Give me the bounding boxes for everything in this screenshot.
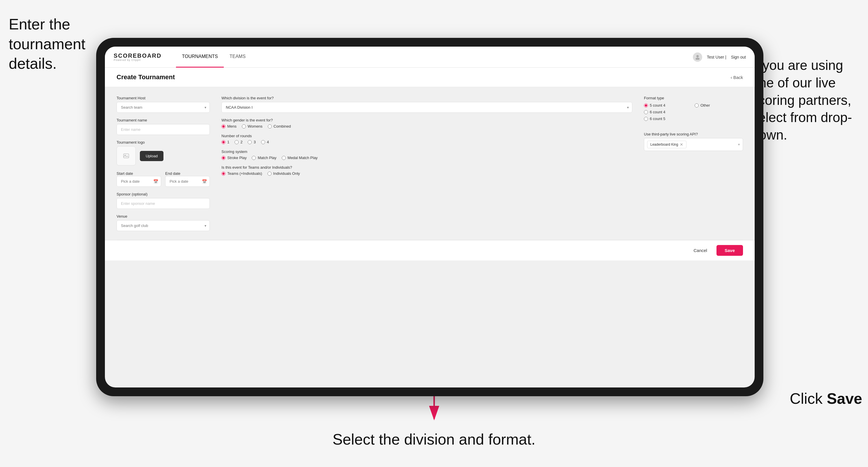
format-5count4[interactable]: 5 count 4 [644, 103, 692, 107]
api-dropdown-icon: ▾ [738, 143, 740, 147]
scoring-medal-match[interactable]: Medal Match Play [282, 156, 318, 160]
nav-teams[interactable]: TEAMS [224, 46, 251, 68]
scoring-medal-match-radio[interactable] [282, 156, 286, 160]
bottom-bar: Cancel Save [105, 240, 755, 260]
gender-radio-group: Mens Womens Combined [221, 124, 632, 128]
teams-radio-group: Teams (+Individuals) Individuals Only [221, 171, 632, 176]
rounds-3-radio[interactable] [248, 140, 252, 144]
format-5count4-radio[interactable] [644, 103, 648, 107]
format-other-label: Other [701, 103, 710, 107]
gender-mens-radio[interactable] [221, 124, 225, 128]
nav-right: Test User | Sign out [693, 53, 746, 62]
annotation-bottom-center: Select the division and format. [333, 430, 535, 449]
rounds-3[interactable]: 3 [248, 140, 255, 144]
scoring-medal-match-label: Medal Match Play [287, 156, 318, 160]
gender-mens[interactable]: Mens [221, 124, 237, 128]
rounds-3-label: 3 [253, 140, 255, 144]
rounds-4-radio[interactable] [261, 140, 265, 144]
nav-bar: SCOREBOARD Powered by Clippit TOURNAMENT… [105, 46, 755, 68]
individuals-only-radio[interactable] [268, 172, 272, 176]
nav-tournaments[interactable]: TOURNAMENTS [176, 46, 223, 68]
division-select-wrapper: NCAA Division I [221, 102, 632, 113]
gender-group: Which gender is the event for? Mens Wome… [221, 118, 632, 128]
tournament-host-group: Tournament Host [117, 96, 210, 113]
api-input-wrapper[interactable]: Leaderboard King ✕ ▾ [644, 138, 743, 151]
rounds-1[interactable]: 1 [221, 140, 229, 144]
format-5count4-label: 5 count 4 [650, 103, 665, 107]
sponsor-input[interactable] [117, 198, 210, 209]
svg-point-5 [695, 58, 700, 60]
api-tag-close[interactable]: ✕ [680, 142, 683, 147]
scoring-match-label: Match Play [257, 156, 276, 160]
team-search-input[interactable] [117, 102, 210, 113]
api-label: Use third-party live scoring API? [644, 132, 743, 136]
rounds-radio-group: 1 2 3 4 [221, 140, 632, 144]
api-group: Use third-party live scoring API? Leader… [644, 132, 743, 151]
rounds-group: Number of rounds 1 2 [221, 134, 632, 144]
rounds-4[interactable]: 4 [261, 140, 269, 144]
annotation-bottom-right: Click Save [789, 389, 862, 409]
svg-point-4 [696, 55, 699, 57]
format-type-group: Format type 5 count 4 Other [644, 96, 743, 121]
scoring-stroke-radio[interactable] [221, 156, 225, 160]
scoring-match[interactable]: Match Play [252, 156, 276, 160]
scoring-match-radio[interactable] [252, 156, 256, 160]
cancel-button[interactable]: Cancel [689, 245, 712, 256]
gender-womens[interactable]: Womens [242, 124, 262, 128]
left-column: Tournament Host Tournament name Tourname… [117, 96, 210, 231]
division-select[interactable]: NCAA Division I [221, 102, 632, 113]
rounds-1-radio[interactable] [221, 140, 225, 144]
venue-input[interactable] [117, 220, 210, 231]
venue-wrapper [117, 220, 210, 231]
gender-combined-label: Combined [274, 124, 291, 128]
nav-logo: SCOREBOARD Powered by Clippit [114, 53, 161, 61]
team-search-wrapper [117, 102, 210, 113]
rounds-2-radio[interactable] [235, 140, 239, 144]
tournament-name-input[interactable] [117, 124, 210, 135]
teams-plus-radio[interactable] [221, 172, 225, 176]
teams-plus-individuals[interactable]: Teams (+Individuals) [221, 171, 262, 176]
gender-womens-radio[interactable] [242, 124, 246, 128]
upload-button[interactable]: Upload [140, 151, 163, 161]
api-tag-value: Leaderboard King [650, 143, 678, 147]
teams-plus-label: Teams (+Individuals) [227, 171, 262, 176]
tournament-name-label: Tournament name [117, 118, 210, 122]
venue-group: Venue [117, 214, 210, 231]
format-6count5-label: 6 count 5 [650, 117, 665, 121]
format-6count4-radio[interactable] [644, 110, 648, 114]
logo-placeholder [117, 146, 136, 165]
end-date-wrapper: 📅 [165, 176, 210, 187]
rounds-2[interactable]: 2 [235, 140, 242, 144]
format-other[interactable]: Other [694, 103, 743, 107]
venue-label: Venue [117, 214, 210, 218]
scoring-radio-group: Stroke Play Match Play Medal Match Play [221, 156, 632, 160]
tournament-logo-group: Tournament logo Upload [117, 140, 210, 165]
sponsor-label: Sponsor (optional) [117, 192, 210, 196]
individuals-only[interactable]: Individuals Only [268, 171, 300, 176]
start-date-wrapper: 📅 [117, 176, 161, 187]
svg-rect-6 [124, 154, 129, 158]
logo-upload-area: Upload [117, 146, 210, 165]
start-date-label: Start date [117, 171, 133, 176]
rounds-2-label: 2 [240, 140, 242, 144]
format-other-radio[interactable] [694, 103, 699, 107]
gender-combined[interactable]: Combined [268, 124, 291, 128]
tablet-screen: SCOREBOARD Powered by Clippit TOURNAMENT… [105, 46, 755, 387]
annotation-top-left: Enter the tournament details. [9, 14, 90, 74]
annotation-top-right: If you are using one of our live scoring… [751, 57, 862, 144]
middle-column: Which division is the event for? NCAA Di… [221, 96, 632, 231]
annotation-br-prefix: Click [789, 390, 827, 407]
gender-combined-radio[interactable] [268, 124, 272, 128]
format-6count4[interactable]: 6 count 4 [644, 110, 692, 114]
date-row: Start date 📅 End date 📅 [117, 171, 210, 187]
format-6count4-label: 6 count 4 [650, 110, 665, 114]
end-date-label: End date [165, 171, 180, 176]
nav-signout[interactable]: Sign out [731, 55, 746, 59]
format-6count5-radio[interactable] [644, 117, 648, 121]
back-button[interactable]: ‹ Back [731, 75, 743, 80]
save-button[interactable]: Save [716, 245, 743, 256]
scoring-stroke[interactable]: Stroke Play [221, 156, 247, 160]
teams-label: Is this event for Teams and/or Individua… [221, 165, 632, 169]
start-date-group: Start date 📅 [117, 171, 161, 187]
format-6count5[interactable]: 6 count 5 [644, 117, 692, 121]
